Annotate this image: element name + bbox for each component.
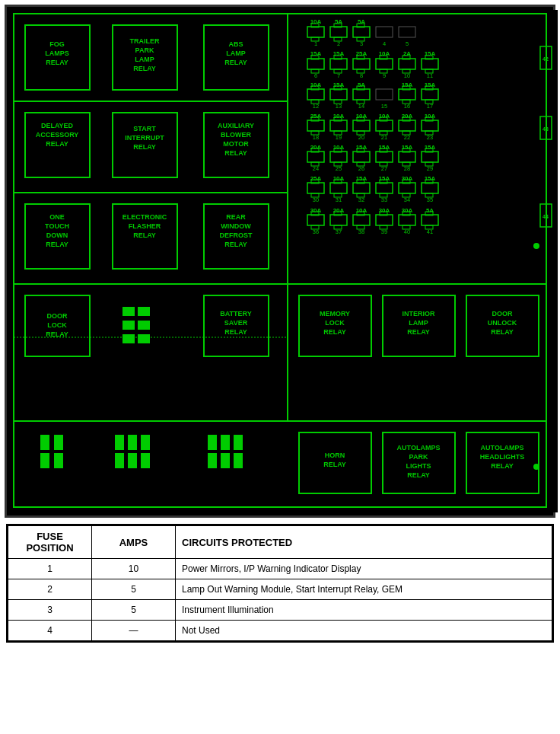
svg-rect-67 [128,435,137,450]
svg-text:RELAY: RELAY [323,461,346,468]
svg-rect-52 [123,307,135,316]
svg-text:AUTOLAMPS: AUTOLAMPS [481,444,524,452]
svg-text:15A: 15A [379,144,390,151]
svg-text:30A: 30A [379,207,390,214]
svg-text:10A: 10A [356,113,368,120]
svg-rect-54 [123,321,135,330]
svg-text:15A: 15A [425,50,436,57]
svg-text:10A: 10A [425,113,436,120]
svg-text:LAMP: LAMP [135,56,154,63]
svg-text:MEMORY: MEMORY [320,310,350,318]
svg-text:15A: 15A [425,81,436,88]
svg-text:15A: 15A [356,175,368,182]
fuse-position-header-label: FUSE POSITION [26,531,73,554]
svg-text:DOOR: DOOR [47,312,68,320]
svg-text:LAMP: LAMP [226,49,246,57]
svg-text:SAVER: SAVER [224,319,248,327]
svg-text:RELAY: RELAY [491,328,514,336]
svg-text:DEFROST: DEFROST [219,231,253,239]
svg-text:LAMP: LAMP [409,319,428,327]
svg-text:16: 16 [404,103,410,110]
svg-text:UNLOCK: UNLOCK [488,319,517,327]
svg-text:10A: 10A [356,207,368,214]
svg-text:3: 3 [360,40,363,47]
svg-text:35: 35 [427,196,433,203]
fuse-amps-cell: 10 [92,559,176,579]
svg-point-304 [533,243,539,249]
svg-text:HEADLIGHTS: HEADLIGHTS [480,453,525,461]
svg-text:29: 29 [427,165,433,172]
svg-text:RELAY: RELAY [46,59,68,66]
table-header-amps: AMPS [92,526,176,559]
svg-text:RELAY: RELAY [407,328,430,336]
svg-rect-68 [141,435,150,450]
svg-text:44: 44 [542,214,549,219]
svg-text:19: 19 [336,134,342,141]
svg-text:LOCK: LOCK [325,319,345,327]
svg-text:15A: 15A [402,81,413,88]
svg-text:LAMPS: LAMPS [45,49,69,57]
svg-text:ACCESSORY: ACCESSORY [36,131,79,139]
svg-text:25: 25 [336,165,342,172]
svg-rect-62 [40,435,49,450]
svg-text:38: 38 [358,228,364,235]
svg-text:FLASHER: FLASHER [129,222,161,230]
svg-text:15A: 15A [425,144,436,151]
svg-text:20: 20 [358,134,364,141]
svg-text:7: 7 [337,72,340,79]
svg-rect-69 [115,453,124,468]
svg-text:RELAY: RELAY [224,149,247,157]
svg-rect-66 [115,435,124,450]
svg-text:REAR: REAR [226,213,246,221]
svg-text:RELAY: RELAY [323,328,346,336]
svg-text:15A: 15A [333,81,345,88]
svg-text:10A: 10A [379,113,390,120]
svg-text:27: 27 [381,165,387,172]
svg-rect-77 [234,453,243,468]
svg-text:RELAY: RELAY [133,65,156,72]
svg-text:RELAY: RELAY [224,59,247,66]
svg-text:BLOWER: BLOWER [221,131,251,139]
fuse-circuits-cell: Instrument Illumination [176,600,552,621]
svg-text:15A: 15A [333,50,345,57]
fuse-circuits-cell: Lamp Out Warning Module, Start Interrupt… [176,579,552,600]
svg-text:RELAY: RELAY [491,462,514,470]
svg-text:AUTOLAMPS: AUTOLAMPS [397,444,441,452]
svg-text:FOG: FOG [49,40,65,48]
svg-text:40: 40 [404,228,410,235]
fuse-amps-cell: — [92,621,176,641]
svg-rect-63 [54,435,63,450]
svg-rect-74 [234,435,243,450]
svg-text:ONE: ONE [49,213,65,221]
svg-text:15A: 15A [402,144,413,151]
svg-text:TRAILER: TRAILER [130,37,160,45]
svg-text:30A: 30A [402,207,413,214]
svg-text:41: 41 [427,228,433,235]
svg-text:RELAY: RELAY [407,471,430,479]
svg-text:15A: 15A [310,50,322,57]
svg-rect-55 [138,321,150,330]
svg-text:TOUCH: TOUCH [45,222,69,230]
svg-rect-70 [128,453,137,468]
svg-text:DELAYED: DELAYED [41,122,74,129]
svg-text:25A: 25A [356,50,368,57]
svg-text:LOCK: LOCK [47,321,67,329]
svg-text:12: 12 [313,103,319,110]
table-row: 4—Not Used [8,621,552,641]
svg-text:ELECTRONIC: ELECTRONIC [123,213,167,221]
svg-text:4: 4 [383,40,386,47]
svg-text:30: 30 [313,196,319,203]
svg-text:10A: 10A [333,175,345,182]
svg-rect-64 [40,453,49,468]
svg-text:15A: 15A [379,175,390,182]
svg-text:23: 23 [427,134,433,141]
svg-text:DOOR: DOOR [492,310,514,318]
svg-text:AUXILIARY: AUXILIARY [218,122,254,129]
svg-text:10A: 10A [379,50,390,57]
svg-text:INTERRUPT: INTERRUPT [125,134,164,142]
table-header-circuits: CIRCUITS PROTECTED [176,526,552,559]
fuse-circuits-cell: Not Used [176,621,552,641]
svg-rect-73 [221,435,230,450]
svg-text:RELAY: RELAY [133,231,156,239]
svg-text:20A: 20A [402,113,413,120]
